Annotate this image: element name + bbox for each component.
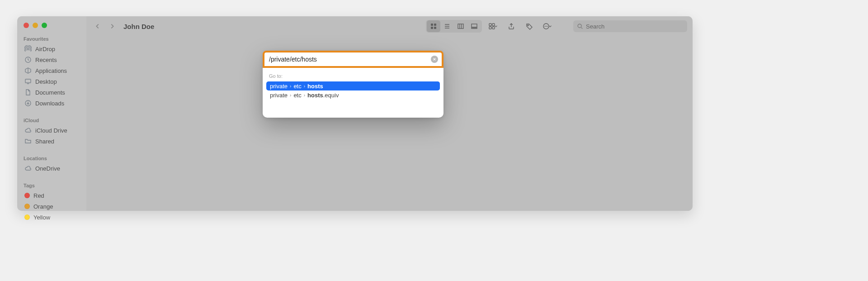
- sidebar: Favourites AirDrop Recents Applications …: [17, 16, 86, 211]
- sidebar-item-label: Desktop: [35, 78, 57, 85]
- sidebar-item-onedrive[interactable]: OneDrive: [23, 163, 82, 174]
- cloud-outline-icon: [24, 165, 32, 172]
- sidebar-item-label: Shared: [35, 138, 54, 145]
- sidebar-item-label: Downloads: [35, 100, 64, 107]
- go-to-results: Go to: private › etc › hosts private › e…: [263, 68, 443, 118]
- svg-point-19: [544, 26, 545, 27]
- tag-dot-icon: [24, 204, 30, 209]
- action-menu-button[interactable]: [541, 20, 554, 32]
- path-match: hosts: [307, 83, 323, 90]
- svg-rect-8: [458, 24, 463, 29]
- svg-rect-6: [431, 27, 433, 29]
- svg-rect-15: [489, 27, 491, 29]
- chevron-down-icon: [494, 24, 498, 29]
- svg-rect-4: [431, 24, 433, 26]
- go-to-input-highlight: [263, 51, 443, 68]
- view-switcher: [426, 20, 482, 33]
- sidebar-item-label: Orange: [33, 203, 53, 210]
- sidebar-section-icloud: iCloud: [24, 118, 82, 123]
- tag-dot-icon: [24, 214, 30, 220]
- view-icons-button[interactable]: [427, 20, 440, 32]
- sidebar-item-airdrop[interactable]: AirDrop: [23, 43, 82, 54]
- window-traffic-lights: [24, 23, 82, 28]
- svg-point-0: [27, 48, 29, 50]
- sidebar-item-documents[interactable]: Documents: [23, 87, 82, 98]
- view-gallery-button[interactable]: [467, 20, 481, 32]
- go-to-section-label: Go to:: [266, 71, 440, 81]
- svg-rect-7: [434, 27, 436, 29]
- sidebar-item-label: Applications: [35, 67, 67, 74]
- folder-icon: [24, 138, 32, 145]
- sidebar-section-tags: Tags: [24, 183, 82, 188]
- path-segment: etc: [293, 83, 301, 90]
- sidebar-item-label: AirDrop: [35, 46, 55, 52]
- sidebar-section-locations: Locations: [24, 156, 82, 161]
- sidebar-item-label: Documents: [35, 89, 65, 96]
- go-to-folder-dialog: Go to: private › etc › hosts private › e…: [263, 51, 443, 118]
- desktop-icon: [24, 78, 32, 85]
- airdrop-icon: [24, 45, 32, 52]
- chevron-right-icon: ›: [304, 84, 305, 89]
- search-field[interactable]: [573, 20, 687, 32]
- applications-icon: [24, 67, 32, 74]
- svg-rect-12: [476, 28, 477, 29]
- svg-point-17: [528, 25, 528, 26]
- clear-input-button[interactable]: [431, 56, 438, 63]
- svg-rect-9: [472, 24, 477, 27]
- chevron-right-icon: ›: [304, 93, 305, 98]
- sidebar-item-desktop[interactable]: Desktop: [23, 76, 82, 87]
- svg-rect-5: [434, 24, 436, 26]
- zoom-window-button[interactable]: [42, 23, 47, 28]
- back-button[interactable]: [93, 21, 103, 31]
- path-segment: private: [270, 92, 288, 99]
- sidebar-item-applications[interactable]: Applications: [23, 65, 82, 76]
- clock-icon: [24, 56, 32, 63]
- close-window-button[interactable]: [24, 23, 29, 28]
- sidebar-item-label: Recents: [35, 57, 57, 63]
- view-columns-button[interactable]: [454, 20, 467, 32]
- svg-rect-11: [474, 28, 475, 29]
- tag-dot-icon: [24, 193, 30, 198]
- cloud-icon: [24, 127, 32, 134]
- sidebar-tag-orange[interactable]: Orange: [23, 201, 82, 212]
- chevron-right-icon: ›: [290, 84, 291, 89]
- sidebar-item-recents[interactable]: Recents: [23, 54, 82, 65]
- view-list-button[interactable]: [440, 20, 454, 32]
- svg-rect-2: [25, 79, 31, 83]
- sidebar-item-shared[interactable]: Shared: [23, 136, 82, 147]
- window-title: John Doe: [123, 23, 154, 30]
- download-icon: [24, 100, 32, 107]
- sidebar-tag-red[interactable]: Red: [23, 190, 82, 201]
- sidebar-item-label: iCloud Drive: [35, 127, 67, 134]
- path-segment: etc: [293, 92, 301, 99]
- go-to-result-row[interactable]: private › etc › hosts.equiv: [266, 90, 440, 100]
- svg-rect-13: [489, 24, 491, 26]
- sidebar-section-favourites: Favourites: [24, 36, 82, 42]
- sidebar-item-downloads[interactable]: Downloads: [23, 98, 82, 109]
- chevron-down-icon: [548, 24, 552, 29]
- go-to-path-input[interactable]: [269, 56, 427, 63]
- forward-button[interactable]: [107, 21, 117, 31]
- sidebar-item-label: Yellow: [33, 214, 50, 221]
- minimize-window-button[interactable]: [33, 23, 38, 28]
- document-icon: [24, 89, 32, 96]
- go-to-result-row[interactable]: private › etc › hosts: [266, 81, 440, 90]
- sidebar-item-label: OneDrive: [35, 165, 60, 172]
- toolbar: John Doe: [86, 16, 693, 36]
- sidebar-item-icloud-drive[interactable]: iCloud Drive: [23, 125, 82, 136]
- search-input[interactable]: [586, 23, 684, 30]
- path-match: hosts.equiv: [307, 92, 339, 99]
- sidebar-item-label: Red: [33, 192, 44, 199]
- svg-point-22: [578, 24, 581, 28]
- svg-point-20: [546, 26, 547, 27]
- group-by-button[interactable]: [486, 20, 500, 32]
- share-button[interactable]: [505, 20, 518, 32]
- svg-rect-10: [472, 28, 473, 29]
- path-segment: private: [270, 83, 288, 90]
- sidebar-tag-yellow[interactable]: Yellow: [23, 212, 82, 223]
- chevron-right-icon: ›: [290, 93, 291, 98]
- tags-button[interactable]: [523, 20, 536, 32]
- search-icon: [577, 23, 583, 29]
